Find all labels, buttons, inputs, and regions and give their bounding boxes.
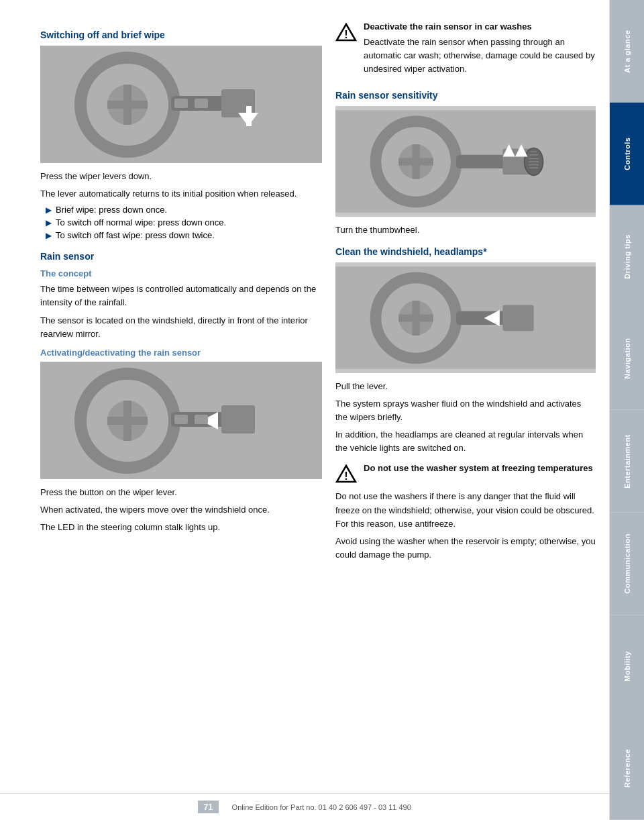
sidebar-item-communication[interactable]: Communication [610,513,644,615]
freezing-warning: ! Do not use the washer system at freezi… [335,462,596,484]
sidebar: At a glance Controls Driving tips Naviga… [609,0,644,820]
svg-rect-19 [174,415,188,424]
turn-thumbwheel-text: Turn the thumbwheel. [335,223,596,237]
warning-icon-2: ! [335,463,357,484]
rain-sensor-title: Rain sensor [40,251,322,262]
sidebar-item-controls[interactable]: Controls [610,103,644,205]
wiper-levers-image [40,46,322,163]
main-title: Switching off and brief wipe [40,30,322,40]
freezing-title: Do not use the washer system at freezing… [364,462,593,475]
freezing-warning-text-block: Do not use the washer system at freezing… [364,462,593,477]
svg-text:!: ! [344,29,347,40]
svg-rect-8 [246,106,252,126]
car-wash-title: Deactivate the rain sensor in car washes [364,20,596,34]
when-activated-text: When activated, the wipers move over the… [40,503,322,517]
page-number: 71 [198,801,218,813]
concept-subtitle: The concept [40,268,322,278]
bullet-arrow-3: ▶ [46,231,52,240]
activating-subtitle: Activating/deactivating the rain sensor [40,348,322,358]
svg-rect-17 [221,405,255,433]
pull-lever-text: Pull the lever. [335,380,596,393]
car-wash-warning-text-block: Deactivate the rain sensor in car washes… [364,20,596,81]
sidebar-item-at-a-glance[interactable]: At a glance [610,0,644,103]
system-sprays-text: The system sprays washer fluid on the wi… [335,397,596,424]
in-addition-text: In addition, the headlamps are cleaned a… [335,428,596,455]
sidebar-item-reference[interactable]: Reference [610,717,644,820]
svg-rect-46 [502,305,533,331]
bullet-2: ▶ To switch off normal wipe: press down … [46,217,322,227]
footer-text: Online Edition for Part no. 01 40 2 606 … [232,803,411,811]
sidebar-item-driving-tips[interactable]: Driving tips [610,205,644,308]
press-button-text: Press the button on the wiper lever. [40,486,322,499]
press-wiper-text: Press the wiper levers down. [40,170,322,183]
page-footer: 71 Online Edition for Part no. 01 40 2 6… [0,793,609,820]
bullet-1: ▶ Brief wipe: press down once. [46,205,322,215]
bullet-arrow-1: ▶ [46,205,52,215]
car-wash-text: Deactivate the rain sensor when passing … [364,36,596,76]
sidebar-item-entertainment[interactable]: Entertainment [610,410,644,513]
warning-icon-1: ! [335,21,357,43]
clean-windshield-image [335,262,596,373]
lever-returns-text: The lever automatically returns to its i… [40,187,322,201]
concept-text2: The sensor is located on the windshield,… [40,314,322,341]
bullet-3: ▶ To switch off fast wipe: press down tw… [46,230,322,240]
svg-rect-10 [195,99,208,108]
svg-rect-20 [195,415,208,424]
rain-sensor-sensitivity-image [335,106,596,217]
sidebar-item-mobility[interactable]: Mobility [610,615,644,718]
rain-sensor-activate-image [40,362,322,479]
clean-windshield-title: Clean the windshield, headlamps* [335,246,596,257]
sidebar-item-navigation[interactable]: Navigation [610,307,644,410]
rain-sensor-sensitivity-title: Rain sensor sensitivity [335,90,596,101]
bullet-arrow-2: ▶ [46,218,52,227]
do-not-use-text: Do not use the washers if there is any d… [335,490,596,530]
concept-text1: The time between wipes is controlled aut… [40,283,322,309]
svg-rect-9 [174,99,188,108]
led-text: The LED in the steering column stalk lig… [40,521,322,534]
avoid-text: Avoid using the washer when the reservoi… [335,535,596,562]
car-wash-warning: ! Deactivate the rain sensor in car wash… [335,20,596,81]
svg-text:!: ! [344,470,347,482]
